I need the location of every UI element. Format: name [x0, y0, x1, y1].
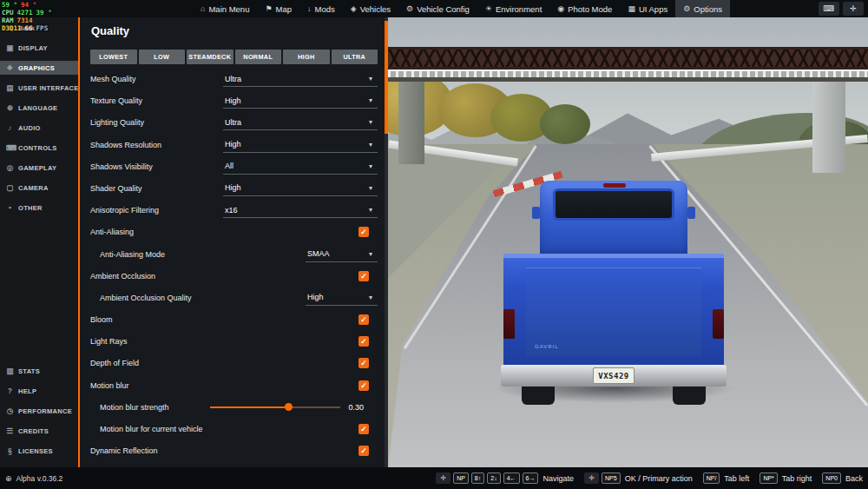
- sidebar-item-controls[interactable]: ⌨CONTROLS: [0, 141, 78, 155]
- sidebar-item-user-interface[interactable]: ▤USER INTERFACE: [0, 81, 78, 95]
- topbar-item-options[interactable]: ⚙Options: [675, 0, 730, 17]
- setting-checkbox-bloom[interactable]: ✓: [358, 314, 369, 325]
- bridge-deck: [388, 77, 868, 82]
- preset-normal[interactable]: NORMAL: [235, 50, 282, 64]
- setting-checkbox-dynamic-reflection[interactable]: ✓: [358, 446, 369, 456]
- setting-checkbox-motion-blur-for-current-vehicle[interactable]: ✓: [358, 424, 369, 434]
- setting-slider-motion-blur-strength[interactable]: [210, 400, 340, 415]
- sidebar-item-graphics[interactable]: ❖GRAPHICS: [0, 61, 78, 75]
- preset-ultra[interactable]: ULTRA: [332, 50, 378, 64]
- setting-row-shader-quality: Shader QualityHigh▾: [90, 181, 379, 196]
- sidebar-item-performance[interactable]: ◷PERFORMANCE: [0, 404, 78, 418]
- sidebar-item-gameplay[interactable]: ◎GAMEPLAY: [0, 161, 78, 175]
- topbar-item-environment[interactable]: ☀Environment: [477, 0, 549, 17]
- sidebar-item-label: LICENSES: [18, 447, 53, 455]
- setting-checkbox-ambient-occlusion[interactable]: ✓: [358, 271, 369, 281]
- sidebar-item-display[interactable]: ▣DISPLAY: [0, 41, 78, 55]
- slider-fill: [210, 406, 288, 408]
- setting-label: Ambient Occlusion: [90, 272, 155, 281]
- sidebar-item-label: PERFORMANCE: [18, 407, 72, 415]
- setting-select-anti-aliasing-mode[interactable]: SMAA▾: [306, 247, 378, 262]
- setting-label: Light Rays: [90, 337, 128, 346]
- topbar-item-vehicles[interactable]: ◈Vehicles: [343, 0, 398, 17]
- setting-row-motion-blur-strength: Motion blur strength0.30: [90, 400, 379, 415]
- quality-presets: LOWESTLOWSTEAMDECKNORMALHIGHULTRA: [90, 50, 378, 64]
- panel-scrollbar[interactable]: [385, 17, 388, 467]
- display-icon: ▣: [6, 43, 14, 52]
- sidebar-item-label: Back: [18, 24, 35, 32]
- setting-label: Anti-Aliasing: [90, 228, 134, 236]
- keyboard-icon[interactable]: ⌨: [819, 2, 839, 16]
- setting-select-anisotropic-filtering[interactable]: x16▾: [223, 202, 378, 218]
- preset-lowest[interactable]: LOWEST: [90, 50, 137, 64]
- sidebar-item-help[interactable]: ?HELP: [0, 384, 78, 398]
- setting-select-lighting-quality[interactable]: Ultra▾: [223, 115, 378, 130]
- topbar-item-label: Vehicles: [360, 4, 391, 14]
- setting-select-shadows-visibility[interactable]: All▾: [223, 159, 378, 175]
- game-viewport[interactable]: GAVRIL VXS429: [388, 17, 868, 467]
- setting-checkbox-anti-aliasing[interactable]: ✓: [358, 227, 369, 237]
- sidebar-item-label: GAMEPLAY: [18, 164, 56, 172]
- key-badge: NP: [453, 472, 469, 484]
- hint-label: Tab left: [724, 474, 749, 483]
- sidebar-item-label: STATS: [18, 367, 40, 375]
- sidebar-item-audio[interactable]: ♪AUDIO: [0, 121, 78, 135]
- topbar-item-photo-mode[interactable]: ◉Photo Mode: [549, 0, 620, 17]
- slider-knob[interactable]: [285, 403, 293, 411]
- topbar-item-label: Environment: [496, 4, 542, 14]
- sidebar-item-credits[interactable]: ☰CREDITS: [0, 424, 78, 438]
- back-icon: ◀: [6, 23, 14, 32]
- sidebar-item-language[interactable]: ⊕LANGUAGE: [0, 101, 78, 115]
- chevron-down-icon: ▾: [369, 162, 372, 170]
- bridge-pillar-left: [398, 82, 424, 164]
- setting-label: Texture Quality: [90, 96, 142, 105]
- licenses-icon: §: [6, 446, 14, 455]
- select-value: SMAA: [307, 249, 330, 258]
- topbar-item-main-menu[interactable]: ⌂Main Menu: [193, 0, 257, 17]
- setting-row-dynamic-reflection: Dynamic Reflection✓: [90, 443, 379, 459]
- topbar-item-mods[interactable]: ↓Mods: [299, 0, 343, 17]
- sidebar-item-back[interactable]: ◀Back: [0, 21, 78, 35]
- topbar-item-vehicle-config[interactable]: ⚙Vehicle Config: [398, 0, 477, 17]
- hint-tab-left: NP/Tab left: [703, 472, 750, 484]
- preset-high[interactable]: HIGH: [283, 50, 330, 64]
- scrollbar-thumb[interactable]: [385, 21, 388, 134]
- gamepad-icon[interactable]: ✛: [843, 2, 864, 16]
- vehicles-icon: ◈: [351, 4, 357, 13]
- chevron-down-icon: ▾: [369, 250, 372, 258]
- sidebar-item-other[interactable]: ▪OTHER: [0, 201, 78, 215]
- topbar-item-ui-apps[interactable]: ▦UI Apps: [620, 0, 675, 17]
- setting-row-anisotropic-filtering: Anisotropic Filteringx16▾: [90, 202, 379, 218]
- sidebar-item-licenses[interactable]: §LICENSES: [0, 444, 78, 458]
- setting-checkbox-depth-of-field[interactable]: ✓: [358, 358, 369, 368]
- preset-low[interactable]: LOW: [139, 50, 186, 64]
- setting-row-anti-aliasing-mode: Anti-Aliasing ModeSMAA▾: [90, 247, 379, 262]
- setting-checkbox-light-rays[interactable]: ✓: [358, 336, 369, 347]
- setting-checkbox-motion-blur[interactable]: ✓: [358, 380, 369, 391]
- setting-label: Ambient Occlusion Quality: [100, 294, 192, 302]
- key-badge: NP0: [822, 472, 841, 484]
- topbar-item-label: Photo Mode: [568, 4, 612, 14]
- key-badge: 6→: [523, 472, 539, 484]
- audio-icon: ♪: [6, 123, 14, 132]
- setting-label: Anisotropic Filtering: [90, 206, 159, 215]
- version-text: Alpha v.0.36.2: [16, 474, 63, 483]
- topbar-item-map[interactable]: ⚑Map: [257, 0, 299, 17]
- sidebar-item-camera[interactable]: ▢CAMERA: [0, 181, 78, 195]
- sidebar-spacer: [0, 221, 78, 364]
- setting-select-ambient-occlusion-quality[interactable]: High▾: [306, 290, 378, 306]
- sidebar-item-stats[interactable]: ▥STATS: [0, 364, 78, 378]
- setting-select-shader-quality[interactable]: High▾: [223, 181, 378, 196]
- setting-select-mesh-quality[interactable]: Ultra▾: [223, 71, 378, 87]
- sidebar: ◀Back▣DISPLAY❖GRAPHICS▤USER INTERFACE⊕LA…: [0, 17, 78, 467]
- key-badge: NP5: [602, 472, 621, 484]
- setting-select-texture-quality[interactable]: High▾: [223, 93, 378, 109]
- graphics-quality-panel: Quality LOWESTLOWSTEAMDECKNORMALHIGHULTR…: [78, 17, 388, 467]
- preset-steamdeck[interactable]: STEAMDECK: [187, 50, 233, 64]
- chevron-down-icon: ▾: [369, 294, 372, 301]
- setting-select-shadows-resolution[interactable]: High▾: [223, 137, 378, 153]
- bottombar: ⊕ Alpha v.0.36.2 ✛NP8↑2↓4←6→Navigate✛NP5…: [0, 467, 868, 489]
- photo-mode-icon: ◉: [557, 4, 564, 13]
- bridge-pillar-right: [812, 82, 845, 173]
- setting-row-texture-quality: Texture QualityHigh▾: [90, 93, 379, 109]
